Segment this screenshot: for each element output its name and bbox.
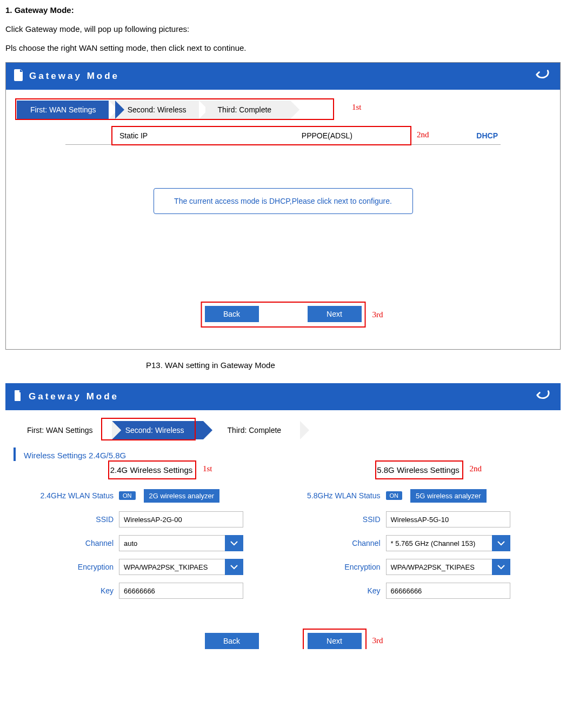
doc-paragraph: Pls choose the right WAN setting mode, t…: [5, 43, 561, 52]
step-tab-wan[interactable]: First: WAN Settings: [17, 101, 115, 119]
next-button[interactable]: Next: [308, 306, 362, 322]
key-input-58g[interactable]: [386, 583, 510, 599]
back-button[interactable]: Back: [205, 633, 259, 649]
back-arrow-icon[interactable]: [531, 68, 552, 85]
step-tab-complete[interactable]: Third: Complete: [203, 421, 301, 439]
doc-paragraph: Click Gateway mode, will pop up followin…: [5, 24, 561, 34]
wlan-status-toggle-24g[interactable]: ON: [119, 491, 136, 500]
encryption-select-58g[interactable]: [386, 559, 492, 575]
step-tab-wan[interactable]: First: WAN Settings: [14, 421, 112, 439]
wlan-status-toggle-58g[interactable]: ON: [386, 491, 403, 500]
app-header: Gateway Mode: [6, 63, 560, 90]
channel-label-24g: Channel: [24, 539, 119, 547]
screenshot-wireless-settings: Gateway Mode First: WAN Settings Second:…: [5, 383, 561, 649]
key-label-58g: Key: [291, 586, 386, 595]
chevron-down-icon[interactable]: [492, 559, 510, 575]
annotation-2nd: 2nd: [470, 464, 482, 473]
annotation-1st: 1st: [352, 103, 362, 112]
svg-rect-0: [16, 70, 21, 80]
info-message: The current access mode is DHCP,Please c…: [154, 188, 413, 214]
step-tab-wireless[interactable]: Second: Wireless: [112, 421, 203, 439]
back-arrow-icon[interactable]: [532, 388, 552, 405]
channel-select-58g[interactable]: [386, 535, 492, 551]
annotation-3rd: 3rd: [372, 636, 383, 645]
encryption-label-58g: Encryption: [291, 563, 386, 571]
key-input-24g[interactable]: [119, 583, 243, 599]
wan-mode-static-ip[interactable]: Static IP: [65, 127, 254, 144]
ssid-input-58g[interactable]: [386, 511, 510, 527]
ssid-label-58g: SSID: [291, 515, 386, 524]
annotation-3rd: 3rd: [372, 310, 383, 319]
figure-caption: P13. WAN setting in Gateway Mode: [0, 360, 566, 370]
page-title: Gateway Mode: [29, 71, 119, 82]
document-icon: [14, 69, 24, 83]
wlan-status-label-58g: 5.8GHz WLAN Status: [291, 491, 386, 500]
annotation-1st: 1st: [203, 464, 212, 473]
analyzer-button-5g[interactable]: 5G wireless analyzer: [410, 489, 487, 503]
page-title: Gateway Mode: [29, 391, 119, 402]
wireless-58g-column: 5.8G Wireless Settings 2nd 5.8GHz WLAN S…: [283, 461, 550, 606]
wan-mode-pppoe[interactable]: PPPOE(ADSL): [254, 127, 400, 144]
wan-mode-dhcp[interactable]: DHCP: [400, 127, 501, 144]
encryption-label-24g: Encryption: [24, 563, 119, 571]
ssid-input-24g[interactable]: [119, 511, 243, 527]
chevron-down-icon[interactable]: [492, 535, 510, 551]
col-heading-24g: 2.4G Wireless Settings: [105, 461, 197, 479]
channel-label-58g: Channel: [291, 539, 386, 547]
wireless-24g-column: 2.4G Wireless Settings 1st 2.4GHz WLAN S…: [16, 461, 283, 606]
ssid-label-24g: SSID: [24, 515, 119, 524]
chevron-down-icon[interactable]: [225, 535, 243, 551]
key-label-24g: Key: [24, 586, 119, 595]
annotation-2nd: 2nd: [417, 130, 429, 139]
wlan-status-label-24g: 2.4GHz WLAN Status: [24, 491, 119, 500]
analyzer-button-2g[interactable]: 2G wireless analyzer: [144, 489, 220, 503]
back-button[interactable]: Back: [205, 306, 259, 322]
wireless-settings-heading: Wireless Settings 2.4G/5.8G: [14, 448, 561, 461]
chevron-down-icon[interactable]: [225, 559, 243, 575]
app-header: Gateway Mode: [5, 383, 561, 410]
screenshot-wan-settings: Gateway Mode First: WAN Settings Second:…: [5, 62, 561, 350]
doc-heading: 1. Gateway Mode:: [5, 5, 561, 15]
encryption-select-24g[interactable]: [119, 559, 225, 575]
document-icon: [14, 390, 23, 404]
next-button[interactable]: Next: [308, 633, 362, 649]
col-heading-58g: 5.8G Wireless Settings: [372, 461, 464, 479]
channel-select-24g[interactable]: [119, 535, 225, 551]
